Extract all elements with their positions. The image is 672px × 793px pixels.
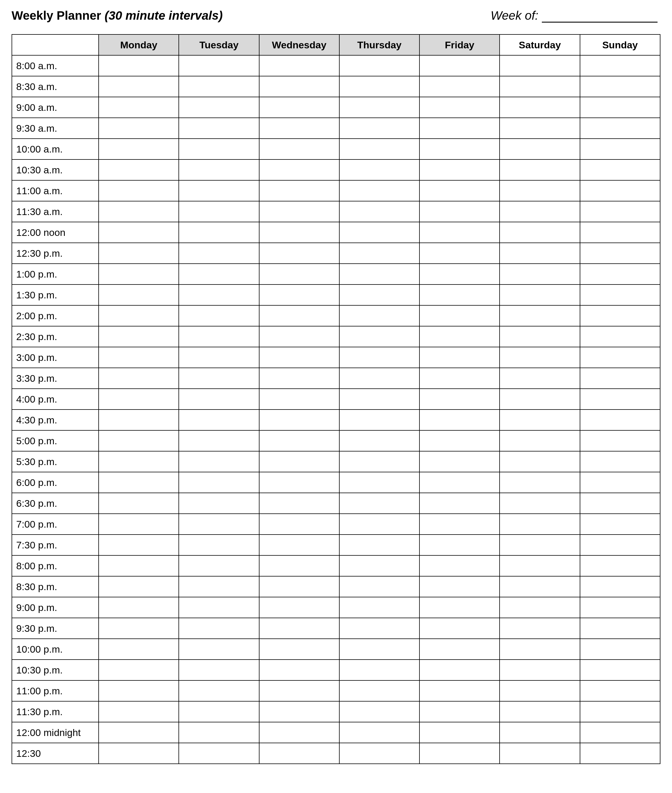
planner-cell[interactable] (580, 180, 660, 201)
planner-cell[interactable] (580, 576, 660, 597)
planner-cell[interactable] (499, 576, 580, 597)
planner-cell[interactable] (339, 243, 419, 264)
planner-cell[interactable] (339, 222, 419, 243)
planner-cell[interactable] (99, 389, 179, 410)
planner-cell[interactable] (499, 535, 580, 555)
planner-cell[interactable] (580, 618, 660, 639)
planner-cell[interactable] (499, 514, 580, 535)
planner-cell[interactable] (419, 743, 499, 764)
planner-cell[interactable] (99, 701, 179, 722)
planner-cell[interactable] (259, 76, 339, 97)
planner-cell[interactable] (179, 639, 259, 660)
planner-cell[interactable] (499, 743, 580, 764)
planner-cell[interactable] (580, 222, 660, 243)
planner-cell[interactable] (99, 326, 179, 347)
planner-cell[interactable] (499, 722, 580, 743)
planner-cell[interactable] (499, 243, 580, 264)
planner-cell[interactable] (259, 430, 339, 451)
planner-cell[interactable] (259, 597, 339, 618)
planner-cell[interactable] (499, 139, 580, 159)
planner-cell[interactable] (419, 201, 499, 222)
planner-cell[interactable] (99, 660, 179, 681)
planner-cell[interactable] (580, 493, 660, 514)
planner-cell[interactable] (259, 243, 339, 264)
planner-cell[interactable] (419, 451, 499, 472)
planner-cell[interactable] (419, 472, 499, 493)
planner-cell[interactable] (259, 618, 339, 639)
planner-cell[interactable] (419, 139, 499, 159)
week-of-input-line[interactable] (542, 11, 658, 22)
planner-cell[interactable] (179, 201, 259, 222)
planner-cell[interactable] (259, 180, 339, 201)
planner-cell[interactable] (99, 618, 179, 639)
planner-cell[interactable] (259, 55, 339, 76)
planner-cell[interactable] (419, 701, 499, 722)
planner-cell[interactable] (339, 55, 419, 76)
planner-cell[interactable] (419, 76, 499, 97)
planner-cell[interactable] (339, 493, 419, 514)
planner-cell[interactable] (259, 97, 339, 118)
planner-cell[interactable] (580, 410, 660, 430)
planner-cell[interactable] (339, 139, 419, 159)
planner-cell[interactable] (259, 701, 339, 722)
planner-cell[interactable] (179, 430, 259, 451)
planner-cell[interactable] (499, 701, 580, 722)
planner-cell[interactable] (339, 639, 419, 660)
planner-cell[interactable] (419, 285, 499, 305)
planner-cell[interactable] (419, 55, 499, 76)
planner-cell[interactable] (419, 681, 499, 701)
planner-cell[interactable] (580, 118, 660, 139)
planner-cell[interactable] (580, 555, 660, 576)
planner-cell[interactable] (179, 243, 259, 264)
planner-cell[interactable] (99, 159, 179, 180)
planner-cell[interactable] (339, 285, 419, 305)
planner-cell[interactable] (499, 285, 580, 305)
planner-cell[interactable] (580, 743, 660, 764)
planner-cell[interactable] (339, 389, 419, 410)
planner-cell[interactable] (580, 597, 660, 618)
planner-cell[interactable] (419, 535, 499, 555)
planner-cell[interactable] (259, 472, 339, 493)
planner-cell[interactable] (419, 493, 499, 514)
planner-cell[interactable] (419, 576, 499, 597)
planner-cell[interactable] (419, 389, 499, 410)
planner-cell[interactable] (259, 514, 339, 535)
planner-cell[interactable] (259, 264, 339, 285)
planner-cell[interactable] (99, 430, 179, 451)
planner-cell[interactable] (339, 410, 419, 430)
planner-cell[interactable] (339, 451, 419, 472)
planner-cell[interactable] (179, 159, 259, 180)
planner-cell[interactable] (339, 535, 419, 555)
planner-cell[interactable] (499, 264, 580, 285)
planner-cell[interactable] (419, 243, 499, 264)
planner-cell[interactable] (179, 368, 259, 389)
planner-cell[interactable] (580, 722, 660, 743)
planner-cell[interactable] (99, 118, 179, 139)
planner-cell[interactable] (499, 55, 580, 76)
planner-cell[interactable] (99, 76, 179, 97)
planner-cell[interactable] (419, 347, 499, 368)
planner-cell[interactable] (99, 139, 179, 159)
planner-cell[interactable] (419, 159, 499, 180)
planner-cell[interactable] (499, 201, 580, 222)
planner-cell[interactable] (179, 681, 259, 701)
planner-cell[interactable] (179, 472, 259, 493)
planner-cell[interactable] (339, 618, 419, 639)
planner-cell[interactable] (580, 430, 660, 451)
planner-cell[interactable] (499, 451, 580, 472)
planner-cell[interactable] (419, 514, 499, 535)
planner-cell[interactable] (339, 159, 419, 180)
planner-cell[interactable] (259, 347, 339, 368)
planner-cell[interactable] (499, 389, 580, 410)
planner-cell[interactable] (259, 555, 339, 576)
planner-cell[interactable] (580, 159, 660, 180)
planner-cell[interactable] (259, 722, 339, 743)
planner-cell[interactable] (499, 555, 580, 576)
planner-cell[interactable] (419, 97, 499, 118)
planner-cell[interactable] (419, 326, 499, 347)
planner-cell[interactable] (580, 76, 660, 97)
planner-cell[interactable] (99, 555, 179, 576)
planner-cell[interactable] (339, 576, 419, 597)
planner-cell[interactable] (580, 514, 660, 535)
planner-cell[interactable] (339, 368, 419, 389)
